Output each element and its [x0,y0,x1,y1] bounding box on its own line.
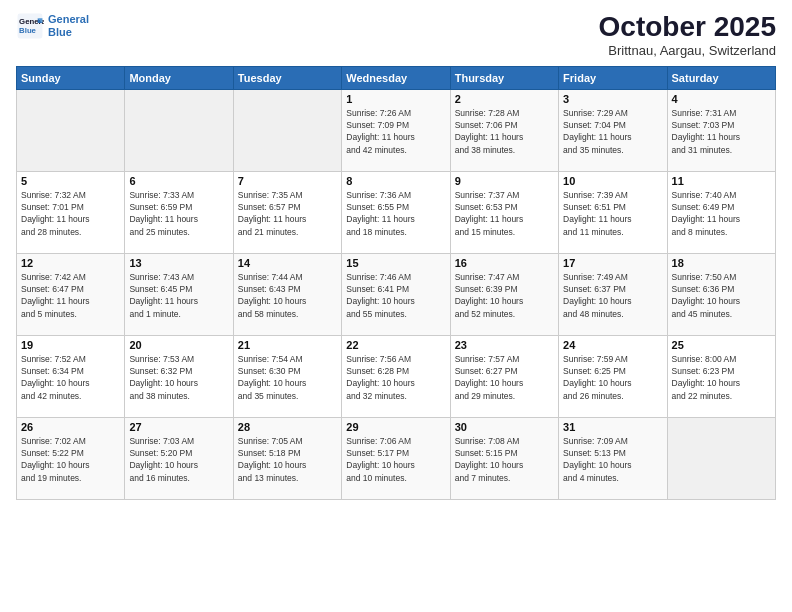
day-number: 20 [129,339,228,351]
page-header: General Blue General Blue October 2025 B… [16,12,776,58]
calendar-cell: 20Sunrise: 7:53 AM Sunset: 6:32 PM Dayli… [125,335,233,417]
calendar-cell [233,89,341,171]
calendar-table: SundayMondayTuesdayWednesdayThursdayFrid… [16,66,776,500]
calendar-week-2: 5Sunrise: 7:32 AM Sunset: 7:01 PM Daylig… [17,171,776,253]
day-number: 11 [672,175,771,187]
calendar-cell: 27Sunrise: 7:03 AM Sunset: 5:20 PM Dayli… [125,417,233,499]
day-info: Sunrise: 7:09 AM Sunset: 5:13 PM Dayligh… [563,435,662,484]
calendar-week-3: 12Sunrise: 7:42 AM Sunset: 6:47 PM Dayli… [17,253,776,335]
calendar-cell [125,89,233,171]
day-info: Sunrise: 7:47 AM Sunset: 6:39 PM Dayligh… [455,271,554,320]
calendar-cell: 10Sunrise: 7:39 AM Sunset: 6:51 PM Dayli… [559,171,667,253]
day-number: 3 [563,93,662,105]
calendar-cell: 5Sunrise: 7:32 AM Sunset: 7:01 PM Daylig… [17,171,125,253]
day-info: Sunrise: 7:37 AM Sunset: 6:53 PM Dayligh… [455,189,554,238]
day-info: Sunrise: 7:05 AM Sunset: 5:18 PM Dayligh… [238,435,337,484]
day-info: Sunrise: 7:08 AM Sunset: 5:15 PM Dayligh… [455,435,554,484]
day-info: Sunrise: 7:59 AM Sunset: 6:25 PM Dayligh… [563,353,662,402]
day-number: 15 [346,257,445,269]
day-info: Sunrise: 7:02 AM Sunset: 5:22 PM Dayligh… [21,435,120,484]
calendar-cell: 30Sunrise: 7:08 AM Sunset: 5:15 PM Dayli… [450,417,558,499]
day-number: 12 [21,257,120,269]
day-info: Sunrise: 7:53 AM Sunset: 6:32 PM Dayligh… [129,353,228,402]
day-number: 28 [238,421,337,433]
weekday-header-row: SundayMondayTuesdayWednesdayThursdayFrid… [17,66,776,89]
day-number: 8 [346,175,445,187]
day-number: 5 [21,175,120,187]
day-number: 22 [346,339,445,351]
calendar-cell: 17Sunrise: 7:49 AM Sunset: 6:37 PM Dayli… [559,253,667,335]
day-info: Sunrise: 8:00 AM Sunset: 6:23 PM Dayligh… [672,353,771,402]
calendar-cell: 4Sunrise: 7:31 AM Sunset: 7:03 PM Daylig… [667,89,775,171]
weekday-header-saturday: Saturday [667,66,775,89]
calendar-cell: 11Sunrise: 7:40 AM Sunset: 6:49 PM Dayli… [667,171,775,253]
day-info: Sunrise: 7:36 AM Sunset: 6:55 PM Dayligh… [346,189,445,238]
day-number: 26 [21,421,120,433]
day-info: Sunrise: 7:03 AM Sunset: 5:20 PM Dayligh… [129,435,228,484]
day-number: 31 [563,421,662,433]
weekday-header-sunday: Sunday [17,66,125,89]
weekday-header-wednesday: Wednesday [342,66,450,89]
calendar-cell: 3Sunrise: 7:29 AM Sunset: 7:04 PM Daylig… [559,89,667,171]
calendar-cell: 23Sunrise: 7:57 AM Sunset: 6:27 PM Dayli… [450,335,558,417]
day-number: 17 [563,257,662,269]
calendar-cell: 25Sunrise: 8:00 AM Sunset: 6:23 PM Dayli… [667,335,775,417]
day-number: 10 [563,175,662,187]
day-info: Sunrise: 7:29 AM Sunset: 7:04 PM Dayligh… [563,107,662,156]
day-number: 29 [346,421,445,433]
calendar-cell: 6Sunrise: 7:33 AM Sunset: 6:59 PM Daylig… [125,171,233,253]
calendar-cell: 22Sunrise: 7:56 AM Sunset: 6:28 PM Dayli… [342,335,450,417]
day-info: Sunrise: 7:50 AM Sunset: 6:36 PM Dayligh… [672,271,771,320]
calendar-cell: 24Sunrise: 7:59 AM Sunset: 6:25 PM Dayli… [559,335,667,417]
calendar-cell: 26Sunrise: 7:02 AM Sunset: 5:22 PM Dayli… [17,417,125,499]
day-info: Sunrise: 7:46 AM Sunset: 6:41 PM Dayligh… [346,271,445,320]
calendar-week-5: 26Sunrise: 7:02 AM Sunset: 5:22 PM Dayli… [17,417,776,499]
weekday-header-monday: Monday [125,66,233,89]
day-number: 7 [238,175,337,187]
day-number: 18 [672,257,771,269]
calendar-cell: 14Sunrise: 7:44 AM Sunset: 6:43 PM Dayli… [233,253,341,335]
calendar-week-1: 1Sunrise: 7:26 AM Sunset: 7:09 PM Daylig… [17,89,776,171]
weekday-header-tuesday: Tuesday [233,66,341,89]
day-number: 25 [672,339,771,351]
day-info: Sunrise: 7:33 AM Sunset: 6:59 PM Dayligh… [129,189,228,238]
calendar-cell: 29Sunrise: 7:06 AM Sunset: 5:17 PM Dayli… [342,417,450,499]
month-title: October 2025 [599,12,776,43]
day-number: 19 [21,339,120,351]
day-number: 21 [238,339,337,351]
day-info: Sunrise: 7:40 AM Sunset: 6:49 PM Dayligh… [672,189,771,238]
day-info: Sunrise: 7:32 AM Sunset: 7:01 PM Dayligh… [21,189,120,238]
calendar-cell: 7Sunrise: 7:35 AM Sunset: 6:57 PM Daylig… [233,171,341,253]
day-info: Sunrise: 7:54 AM Sunset: 6:30 PM Dayligh… [238,353,337,402]
day-number: 23 [455,339,554,351]
calendar-cell: 31Sunrise: 7:09 AM Sunset: 5:13 PM Dayli… [559,417,667,499]
calendar-cell: 18Sunrise: 7:50 AM Sunset: 6:36 PM Dayli… [667,253,775,335]
day-info: Sunrise: 7:49 AM Sunset: 6:37 PM Dayligh… [563,271,662,320]
day-info: Sunrise: 7:57 AM Sunset: 6:27 PM Dayligh… [455,353,554,402]
calendar-cell: 13Sunrise: 7:43 AM Sunset: 6:45 PM Dayli… [125,253,233,335]
day-number: 27 [129,421,228,433]
day-info: Sunrise: 7:35 AM Sunset: 6:57 PM Dayligh… [238,189,337,238]
day-number: 6 [129,175,228,187]
day-info: Sunrise: 7:42 AM Sunset: 6:47 PM Dayligh… [21,271,120,320]
location: Brittnau, Aargau, Switzerland [599,43,776,58]
day-info: Sunrise: 7:56 AM Sunset: 6:28 PM Dayligh… [346,353,445,402]
day-number: 9 [455,175,554,187]
svg-text:Blue: Blue [19,26,37,35]
day-number: 16 [455,257,554,269]
day-info: Sunrise: 7:26 AM Sunset: 7:09 PM Dayligh… [346,107,445,156]
day-info: Sunrise: 7:43 AM Sunset: 6:45 PM Dayligh… [129,271,228,320]
calendar-cell [17,89,125,171]
calendar-cell [667,417,775,499]
calendar-cell: 12Sunrise: 7:42 AM Sunset: 6:47 PM Dayli… [17,253,125,335]
weekday-header-thursday: Thursday [450,66,558,89]
calendar-cell: 28Sunrise: 7:05 AM Sunset: 5:18 PM Dayli… [233,417,341,499]
day-number: 24 [563,339,662,351]
calendar-week-4: 19Sunrise: 7:52 AM Sunset: 6:34 PM Dayli… [17,335,776,417]
logo-icon: General Blue [16,12,44,40]
day-info: Sunrise: 7:28 AM Sunset: 7:06 PM Dayligh… [455,107,554,156]
calendar-cell: 2Sunrise: 7:28 AM Sunset: 7:06 PM Daylig… [450,89,558,171]
calendar-cell: 8Sunrise: 7:36 AM Sunset: 6:55 PM Daylig… [342,171,450,253]
weekday-header-friday: Friday [559,66,667,89]
day-info: Sunrise: 7:31 AM Sunset: 7:03 PM Dayligh… [672,107,771,156]
